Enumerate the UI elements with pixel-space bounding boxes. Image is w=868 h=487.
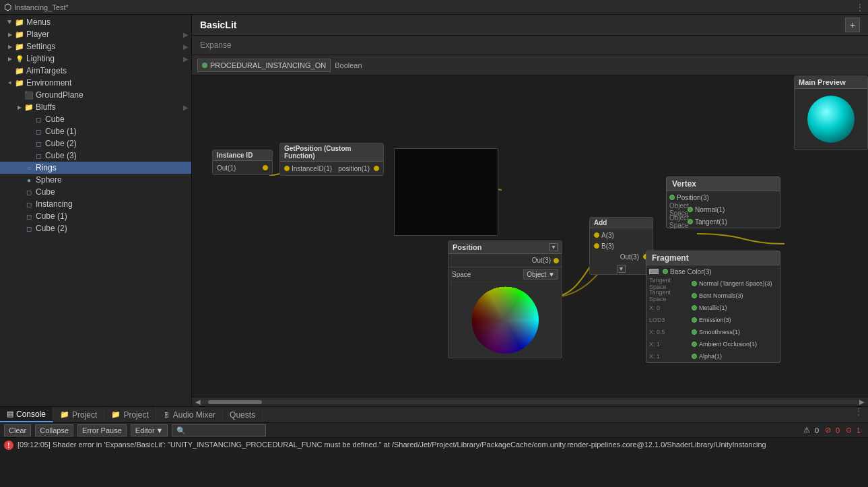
shader-canvas[interactable]: Instance ID Out(1) GetPosition (Custom F… (192, 75, 868, 397)
project2-icon: 📁 (111, 410, 121, 419)
frag-basecolor-row: Base Color(3) (646, 265, 780, 278)
label-cube6: Cube (1) (36, 212, 67, 221)
error-pause-button[interactable]: Error Pause (77, 424, 127, 436)
label-cube1: Cube (45, 115, 65, 124)
expand-icon-bluffs: ▶ (183, 104, 191, 111)
expand-arrow-menus: ▶ (5, 18, 15, 27)
space-dropdown[interactable]: Object ▼ (523, 269, 558, 280)
scrollbar-thumb[interactable] (208, 400, 262, 404)
sidebar-item-settings[interactable]: ▶ 📁 Settings ▶ (0, 40, 191, 53)
iid-out-port: Out(1) (217, 162, 268, 173)
vertex-header: Vertex (667, 177, 780, 191)
node-dot-green (202, 63, 207, 68)
clear-button[interactable]: Clear (4, 424, 31, 436)
instance-id-header: Instance ID (213, 150, 272, 161)
procedural-tag-label: PROCEDURAL_INSTANCING_ON (210, 61, 326, 69)
sidebar-item-environment[interactable]: ▼ 📁 Environment (0, 77, 191, 89)
folder-icon-settings: 📁 (15, 42, 24, 51)
tab-more-dots[interactable]: ⋮ (849, 407, 868, 422)
warn-icon: ⚠ (803, 426, 810, 434)
vertex-ports: Position(3) Object Space Normal(1) Objec… (667, 191, 780, 228)
label-groundplane: GroundPlane (36, 90, 84, 100)
frag-alpha-dot (692, 354, 697, 359)
space-value: Object (527, 271, 546, 278)
procedural-instancing-tag[interactable]: PROCEDURAL_INSTANCING_ON (197, 59, 331, 72)
badge-group: ⚠ 0 ⊘ 0 ⊙ 1 (803, 426, 864, 434)
window-menu-dots[interactable]: ⋮ (856, 3, 864, 12)
position-node[interactable]: Position ▼ Out(3) Space Object ▼ (448, 240, 562, 358)
frag-emission-dot (692, 317, 697, 323)
label-cube4: Cube (3) (45, 151, 77, 160)
scroll-right-btn[interactable]: ▶ (859, 398, 865, 405)
sidebar-item-cube6[interactable]: ▶ ◻ Cube (1) (0, 210, 191, 222)
tab-quests[interactable]: Quests (223, 407, 263, 422)
sidebar-item-sphere[interactable]: ▶ ● Sphere (0, 174, 191, 186)
error-badge: ⊘ 0 (825, 426, 843, 434)
scroll-left-btn[interactable]: ◀ (195, 398, 201, 405)
instance-id-node[interactable]: Instance ID Out(1) (212, 150, 273, 175)
editor-label: Editor (135, 426, 155, 434)
add-node[interactable]: Add A(3) B(3) Out(3) (589, 217, 653, 275)
tab-audio-label: Audio Mixer (173, 410, 215, 420)
sidebar-item-cube5[interactable]: ▶ ◻ Cube (0, 186, 191, 198)
frag-smoothness-row: X: 0.5 Smoothness(1) (646, 326, 780, 338)
main-preview-sphere (807, 96, 855, 143)
collapse-button[interactable]: Collapse (35, 424, 73, 436)
frag-ao-label: Ambient Occlusion(1) (699, 341, 757, 348)
label-player: Player (26, 30, 49, 39)
add-b-port: B(3) (594, 240, 648, 251)
gp-out-label: position(1) (338, 165, 370, 172)
error2-badge: ⊙ 1 (846, 426, 864, 434)
error-count: 0 (832, 426, 843, 434)
sidebar-item-cube3[interactable]: ▶ ◻ Cube (2) (0, 137, 191, 150)
sidebar-item-groundplane[interactable]: ▶ ⬛ GroundPlane (0, 89, 191, 101)
gp-out-dot (374, 166, 379, 171)
project1-icon: 📁 (60, 410, 69, 419)
getposition-node[interactable]: GetPosition (Custom Function) InstanceID… (279, 143, 384, 176)
sidebar-item-instancing[interactable]: ▶ ◻ Instancing (0, 198, 191, 210)
label-aimtargets: AimTargets (26, 66, 67, 75)
tab-console[interactable]: ▤ Console (0, 407, 53, 422)
sidebar-item-rings[interactable]: ▌ ▶ ○ Rings (0, 162, 191, 174)
sidebar-item-lighting[interactable]: ▶ 💡 Lighting ▶ (0, 53, 191, 65)
frag-basecolor-dot (663, 269, 668, 274)
sidebar-item-cube4[interactable]: ▶ ◻ Cube (3) (0, 150, 191, 162)
frag-emission-row: LOD3 Emission(3) (646, 314, 780, 326)
shader-scrollbar[interactable]: ◀ ▶ (192, 397, 868, 406)
folder-icon-menus: 📁 (15, 18, 24, 27)
console-search-input[interactable] (172, 424, 266, 436)
vertex-node[interactable]: Vertex Position(3) Object Space Normal(1… (666, 176, 780, 228)
sidebar-item-aimtargets[interactable]: ▶ 📁 AimTargets (0, 65, 191, 77)
frag-bent-label: Bent Normals(3) (699, 292, 743, 299)
label-environment: Environment (26, 78, 71, 88)
add-collapse-btn[interactable]: ▼ (617, 265, 626, 273)
sidebar-item-cube7[interactable]: ▶ ◻ Cube (2) (0, 222, 191, 234)
cube-icon-4: ◻ (34, 151, 43, 160)
frag-alpha-row: X: 1 Alpha(1) (646, 350, 780, 362)
label-rings: Rings (36, 163, 57, 172)
tab-audio-mixer[interactable]: 🎚 Audio Mixer (156, 407, 223, 422)
sidebar-item-cube2[interactable]: ▶ ◻ Cube (1) (0, 125, 191, 137)
tab-quests-label: Quests (230, 410, 255, 420)
sidebar-item-bluffs[interactable]: ▶ 📁 Bluffs ▶ (0, 101, 191, 113)
frag-emission-label: Emission(3) (699, 317, 731, 323)
label-bluffs: Bluffs (36, 102, 56, 112)
expand-arrow-bluffs: ▶ (15, 102, 24, 112)
audio-icon: 🎚 (163, 411, 170, 419)
shader-add-button[interactable]: + (845, 18, 860, 32)
tab-project1[interactable]: 📁 Project (53, 407, 104, 422)
position-collapse-btn[interactable]: ▼ (549, 243, 558, 251)
label-cube7: Cube (2) (36, 224, 67, 233)
sidebar-item-menus[interactable]: ▶ 📁 Menus (0, 16, 191, 28)
window-title: ⬡ Instancing_Test* (4, 2, 69, 12)
color-wheel-container (448, 282, 562, 358)
sidebar-item-cube1[interactable]: ▶ ◻ Cube (0, 113, 191, 125)
editor-button[interactable]: Editor ▼ (131, 424, 168, 436)
cube-icon-3: ◻ (34, 139, 43, 148)
console-icon: ▤ (7, 410, 13, 418)
scrollbar-track[interactable] (201, 400, 859, 404)
sidebar-item-player[interactable]: ▶ 📁 Player ▶ (0, 28, 191, 40)
fragment-node[interactable]: Fragment Base Color(3) Tangent Space Nor… (646, 251, 780, 363)
label-settings: Settings (26, 42, 55, 51)
tab-project2[interactable]: 📁 Project (104, 407, 156, 422)
